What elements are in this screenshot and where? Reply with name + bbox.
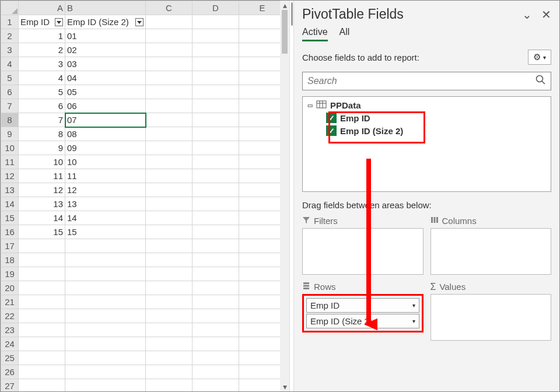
row-header[interactable]: 18: [1, 253, 19, 267]
cell[interactable]: 4: [19, 71, 65, 85]
cell[interactable]: [239, 29, 286, 43]
scroll-up-icon[interactable]: ▴: [280, 1, 289, 10]
cell[interactable]: [239, 71, 286, 85]
cell[interactable]: 11: [19, 169, 65, 183]
cell[interactable]: 8: [19, 127, 65, 141]
cell[interactable]: [192, 57, 239, 71]
cell[interactable]: 09: [65, 141, 146, 155]
cell[interactable]: 07: [65, 113, 146, 127]
tab-all[interactable]: All: [340, 27, 350, 41]
tab-active[interactable]: Active: [302, 27, 328, 41]
cell[interactable]: [192, 253, 239, 267]
row-header[interactable]: 9: [1, 127, 19, 141]
cell[interactable]: [146, 155, 192, 169]
cell[interactable]: [192, 379, 239, 393]
col-header-B[interactable]: B: [65, 1, 146, 15]
cell[interactable]: [239, 253, 286, 267]
cell[interactable]: [192, 281, 239, 295]
cell[interactable]: [19, 379, 65, 393]
collapse-icon[interactable]: ⌄: [522, 8, 532, 22]
cell[interactable]: [146, 169, 192, 183]
cell[interactable]: [192, 295, 239, 309]
cell[interactable]: [146, 29, 192, 43]
cell[interactable]: 15: [19, 225, 65, 239]
cell[interactable]: [146, 211, 192, 225]
cell[interactable]: [146, 183, 192, 197]
cell[interactable]: [239, 267, 286, 281]
field-emp-id-size2[interactable]: ✓ Emp ID (Size 2): [306, 124, 547, 137]
cell[interactable]: [239, 351, 286, 365]
cell[interactable]: [65, 281, 146, 295]
cell[interactable]: [65, 379, 146, 393]
cell[interactable]: [239, 211, 286, 225]
cell[interactable]: [19, 351, 65, 365]
cell[interactable]: [192, 155, 239, 169]
cell[interactable]: [239, 57, 286, 71]
row-header[interactable]: 16: [1, 225, 19, 239]
row-header[interactable]: 27: [1, 379, 19, 393]
close-icon[interactable]: ✕: [541, 8, 551, 22]
table-node[interactable]: ▭ PPData: [306, 99, 547, 111]
chevron-down-icon[interactable]: ▾: [412, 302, 415, 309]
cell[interactable]: [146, 351, 192, 365]
cell[interactable]: [239, 15, 286, 29]
cell[interactable]: 06: [65, 99, 146, 113]
cell[interactable]: [146, 281, 192, 295]
row-header[interactable]: 5: [1, 71, 19, 85]
cell[interactable]: 14: [65, 211, 146, 225]
cell[interactable]: [146, 85, 192, 99]
columns-dropzone[interactable]: [430, 228, 552, 275]
cell[interactable]: 7: [19, 113, 65, 127]
cell[interactable]: [19, 267, 65, 281]
cell[interactable]: [65, 267, 146, 281]
cell[interactable]: [146, 365, 192, 379]
cell[interactable]: [146, 15, 192, 29]
cell[interactable]: [146, 267, 192, 281]
cell[interactable]: [239, 365, 286, 379]
scroll-thumb[interactable]: [282, 10, 288, 54]
row-header[interactable]: 25: [1, 351, 19, 365]
cell[interactable]: [19, 295, 65, 309]
row-header[interactable]: 20: [1, 281, 19, 295]
pivot-header-a[interactable]: Emp ID: [19, 15, 65, 29]
cell[interactable]: [239, 281, 286, 295]
cell[interactable]: [239, 85, 286, 99]
cell[interactable]: 14: [19, 211, 65, 225]
cell[interactable]: [146, 99, 192, 113]
row-header[interactable]: 24: [1, 337, 19, 351]
row-header[interactable]: 7: [1, 99, 19, 113]
cell[interactable]: 02: [65, 43, 146, 57]
row-header[interactable]: 6: [1, 85, 19, 99]
cell[interactable]: 9: [19, 141, 65, 155]
cell[interactable]: 01: [65, 29, 146, 43]
cell[interactable]: [239, 197, 286, 211]
row-header[interactable]: 26: [1, 365, 19, 379]
cell[interactable]: [146, 71, 192, 85]
cell[interactable]: [146, 225, 192, 239]
cell[interactable]: [65, 295, 146, 309]
field-emp-id[interactable]: ✓ Emp ID: [306, 111, 547, 124]
row-header[interactable]: 1: [1, 15, 19, 29]
cell[interactable]: 11: [65, 169, 146, 183]
cell[interactable]: 12: [65, 183, 146, 197]
cell[interactable]: [239, 43, 286, 57]
cell[interactable]: [146, 379, 192, 393]
cell[interactable]: [192, 43, 239, 57]
checkbox-checked-icon[interactable]: ✓: [326, 125, 337, 136]
panel-splitter[interactable]: [289, 1, 294, 391]
cell[interactable]: [65, 323, 146, 337]
cell[interactable]: [239, 99, 286, 113]
row-header[interactable]: 19: [1, 267, 19, 281]
cell[interactable]: 3: [19, 57, 65, 71]
cell[interactable]: 04: [65, 71, 146, 85]
row-header[interactable]: 14: [1, 197, 19, 211]
chevron-down-icon[interactable]: ▾: [412, 318, 415, 324]
cell[interactable]: [146, 141, 192, 155]
cell[interactable]: [192, 337, 239, 351]
cell[interactable]: [19, 281, 65, 295]
cell[interactable]: [239, 225, 286, 239]
cell[interactable]: [239, 113, 286, 127]
cell[interactable]: [19, 239, 65, 253]
row-header[interactable]: 2: [1, 29, 19, 43]
row-header[interactable]: 15: [1, 211, 19, 225]
